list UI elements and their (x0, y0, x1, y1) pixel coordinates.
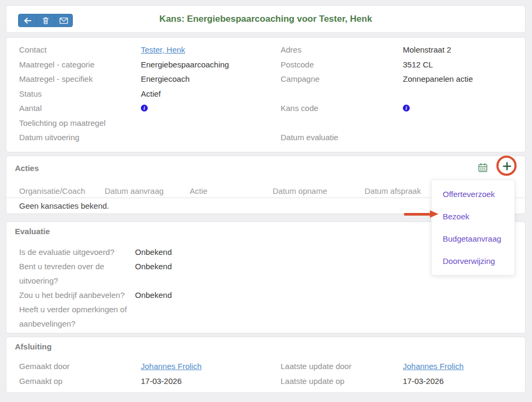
menu-item-budgetaanvraag[interactable]: Budgetaanvraag (432, 228, 514, 250)
field-label: Aantal (19, 104, 141, 113)
column-header: Datum aanvraag (105, 186, 190, 195)
calendar-icon (478, 163, 487, 172)
afsluiting-card: Afsluiting Gemaakt door Johannes Frolich… (6, 337, 526, 393)
field-value: Zonnepanelen actie (403, 74, 473, 83)
spacer-row (281, 116, 525, 131)
field-row-laatste-update-door: Laatste update door Johannes Frolich (281, 358, 525, 373)
field-label: Zou u het bedrijf aanbevelen? (19, 288, 135, 302)
envelope-icon (60, 18, 68, 24)
field-row-maatregel-specifiek: Maatregel - specifiek Energiecoach (19, 72, 266, 87)
field-label: Heeft u verder opmerkingen of aanbevelin… (19, 302, 135, 331)
field-label: Status (19, 89, 141, 98)
field-row-adres: Adres Molenstraat 2 (281, 42, 525, 57)
header-card: Kans: Energiebespaarcoaching voor Tester… (6, 5, 526, 33)
field-label: Maatregel - specifiek (19, 74, 141, 83)
field-value: Energiecoach (141, 74, 190, 83)
field-label: Toelichting op maatregel (19, 118, 141, 127)
contact-link[interactable]: Tester, Henk (141, 45, 185, 54)
field-label: Postcode (281, 60, 403, 69)
field-row-maatregel-categorie: Maatregel - categorie Energiebespaarcoac… (19, 57, 266, 72)
field-label: Adres (281, 45, 403, 54)
field-row-status: Status Actief (19, 87, 266, 101)
field-row-postcode: Postcode 3512 CL (281, 57, 525, 72)
field-row-laatste-update-op: Laatste update op 17-03-2026 (281, 373, 525, 388)
field-value: 17-03-2026 (403, 377, 444, 386)
mail-button[interactable] (54, 14, 73, 27)
field-value: Onbekend (135, 288, 512, 302)
eval-row-aanbevelen: Zou u het bedrijf aanbevelen? Onbekend (6, 288, 525, 302)
field-value (135, 302, 512, 331)
add-action-button[interactable] (503, 162, 511, 172)
column-header: Organisatie/Coach (19, 186, 105, 195)
field-label: Gemaakt op (19, 377, 141, 386)
trash-icon (43, 17, 49, 24)
field-label: Maatregel - categorie (19, 60, 141, 69)
field-row-gemaakt-op: Gemaakt op 17-03-2026 (19, 373, 266, 388)
info-icon[interactable] (403, 105, 410, 112)
field-label: Contact (19, 45, 141, 54)
field-label: Gemaakt door (19, 362, 141, 371)
field-row-gemaakt-door: Gemaakt door Johannes Frolich (19, 358, 266, 373)
field-label: Is de evaluatie uitgevoerd? (19, 245, 135, 259)
column-header: Actie (190, 186, 273, 195)
field-value: Molenstraat 2 (403, 45, 451, 54)
laatste-update-door-link[interactable]: Johannes Frolich (403, 362, 463, 371)
field-row-kans-code: Kans code (281, 101, 525, 116)
menu-item-offerteverzoek[interactable]: Offerteverzoek (432, 183, 514, 206)
field-label: Datum uitvoering (19, 133, 141, 142)
field-row-aantal: Aantal (19, 101, 266, 116)
menu-item-bezoek[interactable]: Bezoek (432, 206, 514, 228)
field-value: 3512 CL (403, 60, 433, 69)
add-action-menu: Offerteverzoek Bezoek Budgetaanvraag Doo… (431, 179, 515, 276)
info-icon[interactable] (141, 105, 148, 112)
menu-item-doorverwijzing[interactable]: Doorverwijzing (432, 250, 514, 272)
field-label: Bent u tevreden over de uitvoering? (19, 259, 135, 288)
toolbar (18, 14, 73, 27)
eval-row-opmerkingen: Heeft u verder opmerkingen of aanbevelin… (6, 302, 525, 331)
kans-detail-page: Kans: Energiebespaarcoaching voor Tester… (0, 0, 532, 402)
field-value: Actief (141, 89, 161, 98)
field-row-campagne: Campagne Zonnepanelen actie (281, 72, 525, 87)
field-label: Kans code (281, 104, 403, 113)
field-value: Energiebespaarcoaching (141, 60, 229, 69)
details-right-column: Adres Molenstraat 2 Postcode 3512 CL Cam… (266, 42, 525, 145)
field-label: Campagne (281, 74, 403, 83)
afsluiting-left-column: Gemaakt door Johannes Frolich Gemaakt op… (6, 358, 266, 388)
field-value: 17-03-2026 (141, 377, 182, 386)
page-title: Kans: Energiebespaarcoaching voor Tester… (6, 6, 525, 32)
field-label: Datum evaluatie (281, 133, 403, 142)
afsluiting-right-column: Laatste update door Johannes Frolich Laa… (266, 358, 525, 388)
field-row-datum-evaluatie: Datum evaluatie (281, 130, 525, 145)
details-card: Contact Tester, Henk Maatregel - categor… (6, 37, 526, 152)
spacer-row (281, 87, 525, 101)
gemaakt-door-link[interactable]: Johannes Frolich (141, 362, 201, 371)
column-header: Datum opname (273, 186, 365, 195)
afsluiting-section-title: Afsluiting (6, 340, 525, 354)
back-button[interactable] (18, 14, 37, 27)
field-row-datum-uitvoering: Datum uitvoering (19, 130, 266, 145)
delete-button[interactable] (36, 14, 55, 27)
plus-icon (503, 162, 511, 170)
field-label: Laatste update door (281, 362, 403, 371)
field-row-contact: Contact Tester, Henk (19, 42, 266, 57)
field-row-toelichting: Toelichting op maatregel (19, 116, 266, 131)
calendar-button[interactable] (478, 163, 487, 174)
acties-section-title: Acties (6, 161, 525, 175)
details-left-column: Contact Tester, Henk Maatregel - categor… (6, 42, 266, 145)
field-label: Laatste update op (281, 377, 403, 386)
arrow-left-icon (24, 18, 31, 24)
